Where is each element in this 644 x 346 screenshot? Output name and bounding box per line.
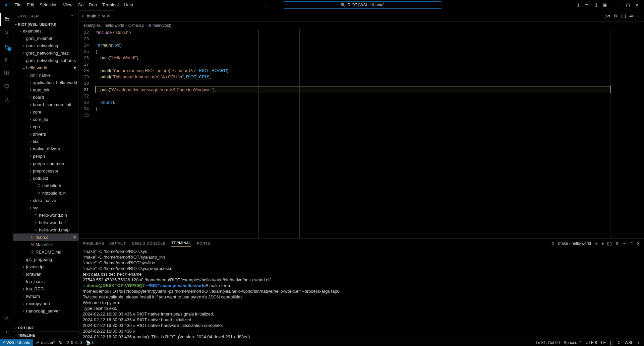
outline-section[interactable]: › OUTLINE (13, 324, 78, 331)
panel-tab-problems[interactable]: PROBLEMS (83, 241, 104, 246)
tree-folder[interactable]: ›ipc_pingpong (13, 256, 78, 263)
explorer-activity-icon[interactable] (0, 13, 13, 26)
cursor-position[interactable]: Ln 31, Col 60 (534, 340, 562, 345)
sync-indicator[interactable]: ↻ (57, 340, 64, 345)
tree-folder[interactable]: ›gnrc_minimal (13, 34, 78, 42)
tree-folder[interactable]: ⌄bin / native (13, 71, 78, 79)
scm-activity-icon[interactable]: 1 (0, 40, 13, 53)
tree-folder[interactable]: ›periph (13, 152, 78, 160)
notifications-icon[interactable]: ♪ (635, 340, 641, 345)
explorer-actions-icon[interactable]: ⋯ (71, 14, 75, 18)
tree-folder[interactable]: ›nanocoap_server (13, 307, 78, 315)
extensions-activity-icon[interactable] (0, 66, 13, 80)
code-editor[interactable]: 2223242526272829303132333435 #include <s… (79, 29, 644, 238)
tree-file[interactable]: MMakefile (13, 241, 78, 248)
menu-help[interactable]: Help (121, 0, 136, 10)
menu-go[interactable]: Go (75, 0, 86, 10)
panel-tab-terminal[interactable]: TERMINAL (171, 241, 191, 247)
tree-folder[interactable]: ›core (13, 108, 78, 116)
maximize-panel-icon[interactable]: ⌃ (630, 241, 633, 246)
eol[interactable]: LF (599, 340, 608, 345)
menu-file[interactable]: File (12, 0, 24, 10)
tree-folder[interactable]: ›drivers (13, 130, 78, 138)
close-panel-icon[interactable]: ✕ (637, 241, 640, 246)
tree-folder[interactable]: ›lorawan (13, 270, 78, 278)
search-activity-icon[interactable] (0, 26, 13, 40)
breadcrumb-item[interactable]: examples (83, 23, 101, 28)
branch-indicator[interactable]: ⎇ master* (33, 340, 57, 345)
command-center[interactable]: 🔍 RIOT [WSL: Ubuntu] (283, 1, 442, 9)
nav-forward-icon[interactable]: → (274, 2, 278, 7)
split-editor-icon[interactable]: ▯▯ (621, 13, 626, 18)
accounts-activity-icon[interactable] (0, 312, 13, 325)
tab-close-icon[interactable]: ✕ (107, 13, 110, 18)
lang-brackets[interactable]: { } (608, 340, 616, 345)
breadcrumb-item[interactable]: ⊕ main(void) (148, 23, 171, 28)
tree-folder[interactable]: ›core_lib (13, 116, 78, 123)
tree-file[interactable]: Cmain.cM (13, 233, 78, 241)
ports-indicator[interactable]: 📡0 (84, 340, 97, 345)
run-debug-activity-icon[interactable] (0, 53, 13, 66)
close-icon[interactable]: ✕ (633, 1, 641, 9)
maximize-icon[interactable]: ▢ (624, 1, 632, 9)
encoding[interactable]: UTF-8 (584, 340, 599, 345)
tree-file[interactable]: ≡hello-world.bin (13, 211, 78, 219)
problems-indicator[interactable]: ⊘0 ⚠0 (64, 340, 84, 345)
breadcrumb-item[interactable]: C main.c (128, 23, 144, 28)
timeline-section[interactable]: › TIMELINE (13, 331, 78, 339)
panel-tab-debug-console[interactable]: DEBUG CONSOLE (132, 241, 166, 246)
diff-icon[interactable]: ⇄ (629, 13, 633, 18)
menu-run[interactable]: Run (86, 0, 100, 10)
terminal-dropdown-icon[interactable]: ▾ (602, 241, 604, 246)
new-terminal-icon[interactable]: ＋ (594, 241, 598, 247)
tree-folder[interactable]: ›board (13, 93, 78, 101)
more-actions-icon[interactable]: ⋯ (636, 13, 641, 18)
menu-selection[interactable]: Selection (37, 0, 60, 10)
tree-folder[interactable]: ›libc (13, 138, 78, 145)
tree-folder[interactable]: ⌄examples (13, 27, 78, 34)
editor-tab-main-c[interactable]: C main.c M ✕ (79, 10, 114, 21)
toggle-secondary-sidebar-icon[interactable]: ▯ (592, 1, 599, 9)
minimize-icon[interactable]: — (615, 1, 623, 9)
tree-folder[interactable]: ›gnrc_networking_subnets (13, 57, 78, 64)
remote-explorer-activity-icon[interactable] (0, 80, 13, 93)
tree-folder[interactable]: ›gnrc_networking (13, 42, 78, 49)
tree-folder[interactable]: ›lua_REPL (13, 285, 78, 292)
tree-folder[interactable]: ⌄riotbuild (13, 175, 78, 182)
tree-folder[interactable]: ›native_drivers (13, 145, 78, 152)
tree-folder[interactable]: ›cpu (13, 123, 78, 130)
testing-activity-icon[interactable] (0, 93, 13, 107)
settings-activity-icon[interactable] (0, 325, 13, 339)
nav-back-icon[interactable]: ← (264, 2, 269, 7)
tree-folder[interactable]: ⌄hello-world (13, 64, 78, 71)
toggle-panel-icon[interactable]: ▭ (583, 1, 590, 9)
run-dropdown-icon[interactable]: ▷▾ (605, 13, 610, 18)
tree-file[interactable]: ⓘREADME.md (13, 248, 78, 256)
language-mode[interactable]: C (616, 340, 623, 345)
debug-config-icon[interactable]: ⚙ (614, 13, 618, 18)
tree-folder[interactable]: ›gnrc_networking_mac (13, 49, 78, 57)
breadcrumb[interactable]: examples›hello-world›C main.c›⊕ main(voi… (79, 22, 644, 29)
minimap[interactable] (610, 29, 644, 238)
panel-tab-output[interactable]: OUTPUT (110, 241, 126, 246)
tree-file[interactable]: ⚙riotbuild.h.in (13, 189, 78, 197)
tree-folder[interactable]: ›lua_basic (13, 278, 78, 285)
remote-indicator[interactable]: ⎘ WSL: Ubuntu (0, 339, 33, 346)
split-terminal-icon[interactable]: ▯▯ (607, 241, 612, 246)
tree-folder[interactable]: ›javascript (13, 263, 78, 270)
wsl-label[interactable]: WSL (623, 340, 635, 345)
tree-folder[interactable]: ›stdio_native (13, 197, 78, 204)
explorer-project-section[interactable]: › RIOT [WSL: UBUNTU] (13, 22, 78, 27)
tree-folder[interactable]: ›preprocessor (13, 167, 78, 175)
tree-file[interactable]: ≡hello-world.map (13, 226, 78, 233)
tree-folder[interactable]: ›auto_init (13, 86, 78, 93)
menu-terminal[interactable]: Terminal (100, 0, 121, 10)
tree-folder[interactable]: ›sys (13, 204, 78, 211)
tree-file[interactable]: Criotbuild.h (13, 182, 78, 189)
code-content[interactable]: #include <stdio.h>int main(void){ puts("… (96, 29, 610, 238)
kill-terminal-icon[interactable]: 🗑 (615, 241, 619, 246)
tree-folder[interactable]: ›periph_common (13, 160, 78, 167)
tree-folder[interactable]: ›micropython (13, 300, 78, 307)
indentation[interactable]: Spaces: 4 (562, 340, 584, 345)
tree-file[interactable]: ≡hello-world.elf (13, 219, 78, 226)
